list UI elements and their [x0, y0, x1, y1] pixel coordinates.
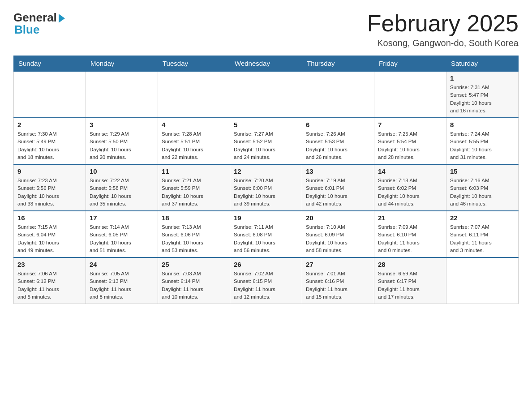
day-number: 16 — [17, 214, 82, 222]
day-info: Sunrise: 7:20 AM Sunset: 6:00 PM Dayligh… — [234, 177, 298, 208]
day-number: 12 — [234, 167, 298, 175]
calendar-header-row: Sunday Monday Tuesday Wednesday Thursday… — [14, 56, 519, 72]
table-row: 14Sunrise: 7:18 AM Sunset: 6:02 PM Dayli… — [374, 164, 446, 211]
day-info: Sunrise: 7:16 AM Sunset: 6:03 PM Dayligh… — [450, 177, 515, 208]
day-number: 7 — [378, 121, 442, 128]
day-info: Sunrise: 7:19 AM Sunset: 6:01 PM Dayligh… — [306, 177, 370, 208]
table-row: 13Sunrise: 7:19 AM Sunset: 6:01 PM Dayli… — [302, 164, 374, 211]
day-number: 4 — [162, 121, 226, 128]
day-info: Sunrise: 7:14 AM Sunset: 6:05 PM Dayligh… — [90, 223, 154, 254]
col-tuesday: Tuesday — [158, 56, 230, 72]
table-row: 5Sunrise: 7:27 AM Sunset: 5:52 PM Daylig… — [230, 118, 302, 164]
table-row — [374, 71, 446, 118]
table-row: 8Sunrise: 7:24 AM Sunset: 5:55 PM Daylig… — [446, 118, 519, 164]
table-row — [230, 71, 302, 118]
day-info: Sunrise: 7:18 AM Sunset: 6:02 PM Dayligh… — [378, 177, 442, 208]
calendar-row: 2Sunrise: 7:30 AM Sunset: 5:49 PM Daylig… — [14, 118, 519, 164]
day-number: 26 — [234, 261, 298, 268]
title-area: February 2025 Kosong, Gangwon-do, South … — [367, 11, 519, 48]
table-row: 2Sunrise: 7:30 AM Sunset: 5:49 PM Daylig… — [14, 118, 86, 164]
table-row: 12Sunrise: 7:20 AM Sunset: 6:00 PM Dayli… — [230, 164, 302, 211]
page-header: General Blue February 2025 Kosong, Gangw… — [13, 11, 519, 48]
table-row: 10Sunrise: 7:22 AM Sunset: 5:58 PM Dayli… — [86, 164, 158, 211]
day-number: 24 — [90, 261, 154, 268]
table-row: 6Sunrise: 7:26 AM Sunset: 5:53 PM Daylig… — [302, 118, 374, 164]
day-number: 23 — [17, 261, 82, 268]
day-number: 6 — [306, 121, 370, 128]
table-row: 7Sunrise: 7:25 AM Sunset: 5:54 PM Daylig… — [374, 118, 446, 164]
day-number: 9 — [17, 167, 82, 175]
day-number: 14 — [378, 167, 442, 175]
day-info: Sunrise: 7:23 AM Sunset: 5:56 PM Dayligh… — [17, 177, 82, 208]
day-info: Sunrise: 7:31 AM Sunset: 5:47 PM Dayligh… — [450, 84, 515, 115]
day-number: 2 — [17, 121, 82, 128]
table-row: 20Sunrise: 7:10 AM Sunset: 6:09 PM Dayli… — [302, 211, 374, 257]
day-number: 10 — [90, 167, 154, 175]
day-info: Sunrise: 7:01 AM Sunset: 6:16 PM Dayligh… — [306, 270, 370, 301]
col-monday: Monday — [86, 56, 158, 72]
table-row — [302, 71, 374, 118]
day-number: 27 — [306, 261, 370, 268]
calendar-row: 23Sunrise: 7:06 AM Sunset: 6:12 PM Dayli… — [14, 257, 519, 304]
table-row: 3Sunrise: 7:29 AM Sunset: 5:50 PM Daylig… — [86, 118, 158, 164]
day-info: Sunrise: 7:25 AM Sunset: 5:54 PM Dayligh… — [378, 130, 442, 161]
day-info: Sunrise: 7:27 AM Sunset: 5:52 PM Dayligh… — [234, 130, 298, 161]
col-thursday: Thursday — [302, 56, 374, 72]
day-number: 21 — [378, 214, 442, 222]
table-row: 15Sunrise: 7:16 AM Sunset: 6:03 PM Dayli… — [446, 164, 519, 211]
day-info: Sunrise: 7:22 AM Sunset: 5:58 PM Dayligh… — [90, 177, 154, 208]
day-number: 13 — [306, 167, 370, 175]
calendar-table: Sunday Monday Tuesday Wednesday Thursday… — [13, 56, 519, 304]
table-row: 23Sunrise: 7:06 AM Sunset: 6:12 PM Dayli… — [14, 257, 86, 304]
calendar-row: 9Sunrise: 7:23 AM Sunset: 5:56 PM Daylig… — [14, 164, 519, 211]
location-title: Kosong, Gangwon-do, South Korea — [367, 38, 519, 48]
day-info: Sunrise: 7:30 AM Sunset: 5:49 PM Dayligh… — [17, 130, 82, 161]
logo-blue-text: Blue — [14, 23, 39, 37]
day-number: 17 — [90, 214, 154, 222]
month-title: February 2025 — [367, 11, 519, 36]
table-row: 17Sunrise: 7:14 AM Sunset: 6:05 PM Dayli… — [86, 211, 158, 257]
table-row: 11Sunrise: 7:21 AM Sunset: 5:59 PM Dayli… — [158, 164, 230, 211]
table-row: 18Sunrise: 7:13 AM Sunset: 6:06 PM Dayli… — [158, 211, 230, 257]
table-row: 16Sunrise: 7:15 AM Sunset: 6:04 PM Dayli… — [14, 211, 86, 257]
table-row — [14, 71, 86, 118]
day-info: Sunrise: 7:24 AM Sunset: 5:55 PM Dayligh… — [450, 130, 515, 161]
day-number: 1 — [450, 74, 515, 82]
col-friday: Friday — [374, 56, 446, 72]
table-row: 28Sunrise: 6:59 AM Sunset: 6:17 PM Dayli… — [374, 257, 446, 304]
table-row: 27Sunrise: 7:01 AM Sunset: 6:16 PM Dayli… — [302, 257, 374, 304]
day-number: 11 — [162, 167, 226, 175]
table-row: 25Sunrise: 7:03 AM Sunset: 6:14 PM Dayli… — [158, 257, 230, 304]
col-sunday: Sunday — [14, 56, 86, 72]
day-info: Sunrise: 7:07 AM Sunset: 6:11 PM Dayligh… — [450, 223, 515, 254]
day-number: 28 — [378, 261, 442, 268]
calendar-row: 1Sunrise: 7:31 AM Sunset: 5:47 PM Daylig… — [14, 71, 519, 118]
day-info: Sunrise: 7:11 AM Sunset: 6:08 PM Dayligh… — [234, 223, 298, 254]
day-number: 19 — [234, 214, 298, 222]
logo: General Blue — [13, 11, 65, 37]
day-info: Sunrise: 7:26 AM Sunset: 5:53 PM Dayligh… — [306, 130, 370, 161]
day-number: 20 — [306, 214, 370, 222]
table-row — [86, 71, 158, 118]
day-info: Sunrise: 6:59 AM Sunset: 6:17 PM Dayligh… — [378, 270, 442, 301]
day-info: Sunrise: 7:06 AM Sunset: 6:12 PM Dayligh… — [17, 270, 82, 301]
day-number: 8 — [450, 121, 515, 128]
table-row: 9Sunrise: 7:23 AM Sunset: 5:56 PM Daylig… — [14, 164, 86, 211]
col-saturday: Saturday — [446, 56, 519, 72]
day-info: Sunrise: 7:09 AM Sunset: 6:10 PM Dayligh… — [378, 223, 442, 254]
table-row — [158, 71, 230, 118]
table-row: 22Sunrise: 7:07 AM Sunset: 6:11 PM Dayli… — [446, 211, 519, 257]
day-info: Sunrise: 7:13 AM Sunset: 6:06 PM Dayligh… — [162, 223, 226, 254]
table-row: 1Sunrise: 7:31 AM Sunset: 5:47 PM Daylig… — [446, 71, 519, 118]
day-info: Sunrise: 7:10 AM Sunset: 6:09 PM Dayligh… — [306, 223, 370, 254]
col-wednesday: Wednesday — [230, 56, 302, 72]
day-info: Sunrise: 7:15 AM Sunset: 6:04 PM Dayligh… — [17, 223, 82, 254]
day-info: Sunrise: 7:03 AM Sunset: 6:14 PM Dayligh… — [162, 270, 226, 301]
day-info: Sunrise: 7:02 AM Sunset: 6:15 PM Dayligh… — [234, 270, 298, 301]
day-number: 18 — [162, 214, 226, 222]
day-info: Sunrise: 7:21 AM Sunset: 5:59 PM Dayligh… — [162, 177, 226, 208]
day-info: Sunrise: 7:28 AM Sunset: 5:51 PM Dayligh… — [162, 130, 226, 161]
day-number: 22 — [450, 214, 515, 222]
day-number: 3 — [90, 121, 154, 128]
table-row: 21Sunrise: 7:09 AM Sunset: 6:10 PM Dayli… — [374, 211, 446, 257]
